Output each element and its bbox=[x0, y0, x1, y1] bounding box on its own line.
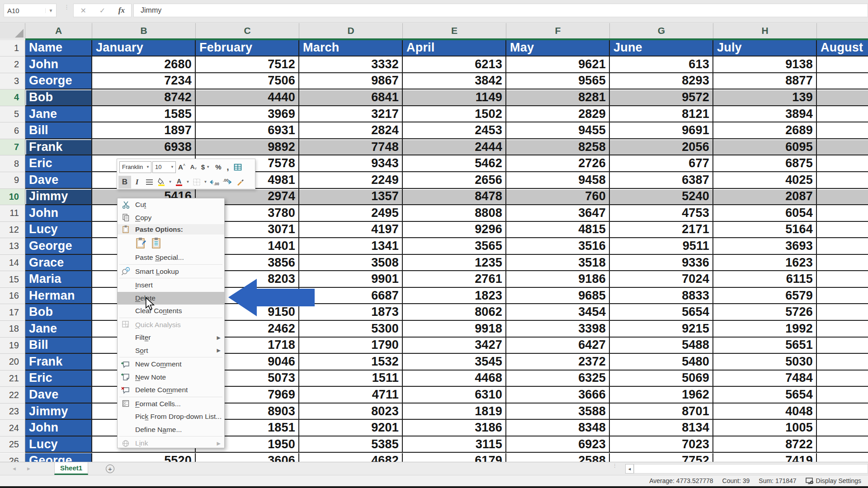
cell-C3[interactable]: 7506 bbox=[196, 73, 299, 90]
cell-E19[interactable]: 3427 bbox=[403, 338, 506, 354]
menu-item-copy[interactable]: Copy bbox=[118, 211, 224, 225]
cell-G19[interactable]: 5488 bbox=[610, 338, 713, 354]
menu-item-cut[interactable]: Cut bbox=[118, 198, 224, 211]
cell-I18[interactable] bbox=[817, 321, 868, 338]
cell-H26[interactable]: 7419 bbox=[713, 453, 817, 462]
row-header-4[interactable]: 4 bbox=[0, 89, 25, 106]
cell-H1[interactable]: July bbox=[713, 40, 817, 57]
column-header-C[interactable]: C bbox=[196, 23, 299, 38]
menu-item-insert[interactable]: Insert bbox=[118, 279, 224, 292]
cell-E21[interactable]: 4468 bbox=[403, 371, 506, 387]
cell-G6[interactable]: 9691 bbox=[610, 122, 713, 139]
cell-F19[interactable]: 6427 bbox=[506, 338, 610, 354]
row-header-14[interactable]: 14 bbox=[0, 255, 25, 272]
menu-item-format-cells[interactable]: Format Cells... bbox=[118, 398, 224, 411]
cell-G12[interactable]: 2171 bbox=[610, 222, 713, 239]
format-painter-button[interactable] bbox=[234, 176, 246, 188]
menu-item-define-name[interactable]: Define Name... bbox=[118, 423, 224, 436]
cell-I7[interactable] bbox=[817, 139, 868, 156]
cell-E7[interactable]: 2444 bbox=[403, 139, 506, 156]
column-header-E[interactable]: E bbox=[403, 23, 506, 38]
cell-I16[interactable] bbox=[817, 288, 868, 305]
cell-E5[interactable]: 1502 bbox=[403, 106, 506, 123]
cell-F3[interactable]: 9565 bbox=[506, 73, 610, 90]
cell-F2[interactable]: 9621 bbox=[506, 56, 610, 73]
cell-I25[interactable] bbox=[817, 436, 868, 453]
row-header-22[interactable]: 22 bbox=[0, 387, 25, 404]
cell-A9[interactable]: Dave bbox=[25, 172, 92, 189]
cell-A5[interactable]: Jane bbox=[25, 106, 92, 123]
row-header-8[interactable]: 8 bbox=[0, 155, 25, 172]
cell-C6[interactable]: 6931 bbox=[196, 122, 299, 139]
cell-H24[interactable]: 1005 bbox=[713, 420, 817, 436]
cell-D22[interactable]: 4711 bbox=[299, 387, 403, 404]
cell-A12[interactable]: Lucy bbox=[25, 222, 92, 239]
row-header-11[interactable]: 11 bbox=[0, 205, 25, 222]
cell-G11[interactable]: 4753 bbox=[610, 205, 713, 222]
cell-D7[interactable]: 7748 bbox=[299, 139, 403, 156]
cell-F10[interactable]: 760 bbox=[506, 189, 610, 206]
cell-D5[interactable]: 3217 bbox=[299, 106, 403, 123]
cell-G20[interactable]: 5480 bbox=[610, 354, 713, 371]
cell-D3[interactable]: 9867 bbox=[299, 73, 403, 90]
cell-G8[interactable]: 677 bbox=[610, 155, 713, 172]
cell-E16[interactable]: 1823 bbox=[403, 288, 506, 305]
cell-E24[interactable]: 3186 bbox=[403, 420, 506, 436]
row-header-10[interactable]: 10 bbox=[0, 189, 25, 206]
cell-A16[interactable]: Herman bbox=[25, 288, 92, 305]
cell-A1[interactable]: Name bbox=[25, 40, 92, 57]
cell-F16[interactable]: 9685 bbox=[506, 288, 610, 305]
row-header-6[interactable]: 6 bbox=[0, 122, 25, 139]
cell-E20[interactable]: 3545 bbox=[403, 354, 506, 371]
row-header-20[interactable]: 20 bbox=[0, 354, 25, 371]
cell-I20[interactable] bbox=[817, 354, 868, 371]
cell-G16[interactable]: 8833 bbox=[610, 288, 713, 305]
cell-F13[interactable]: 3516 bbox=[506, 238, 610, 255]
cell-E4[interactable]: 1149 bbox=[403, 89, 506, 106]
cell-C7[interactable]: 9892 bbox=[196, 139, 299, 156]
font-size-select[interactable]: 10 ▼ bbox=[152, 161, 176, 173]
cell-D20[interactable]: 1532 bbox=[299, 354, 403, 371]
cell-A14[interactable]: Grace bbox=[25, 255, 92, 272]
cell-I9[interactable] bbox=[817, 172, 868, 189]
cell-I5[interactable] bbox=[817, 106, 868, 123]
cell-G15[interactable]: 7024 bbox=[610, 271, 713, 288]
row-header-12[interactable]: 12 bbox=[0, 222, 25, 239]
cell-F26[interactable]: 2588 bbox=[506, 453, 610, 462]
row-header-16[interactable]: 16 bbox=[0, 288, 25, 305]
row-header-15[interactable]: 15 bbox=[0, 271, 25, 288]
row-header-17[interactable]: 17 bbox=[0, 304, 25, 321]
cell-E3[interactable]: 3842 bbox=[403, 73, 506, 90]
cell-D14[interactable]: 3508 bbox=[299, 255, 403, 272]
cell-I19[interactable] bbox=[817, 338, 868, 354]
cell-C5[interactable]: 3969 bbox=[196, 106, 299, 123]
cell-I12[interactable] bbox=[817, 222, 868, 239]
cell-G5[interactable]: 8121 bbox=[610, 106, 713, 123]
cell-F25[interactable]: 6923 bbox=[506, 436, 610, 453]
row-header-23[interactable]: 23 bbox=[0, 404, 25, 420]
cancel-icon[interactable]: ✕ bbox=[74, 6, 93, 15]
cell-H23[interactable]: 4048 bbox=[713, 404, 817, 420]
cell-H7[interactable]: 6095 bbox=[713, 139, 817, 156]
horizontal-scrollbar[interactable] bbox=[634, 464, 868, 474]
menu-item-clear-contents[interactable]: Clear Contents bbox=[118, 305, 224, 318]
cell-D9[interactable]: 2249 bbox=[299, 172, 403, 189]
next-sheet-button[interactable]: ► bbox=[26, 462, 31, 475]
cell-F18[interactable]: 3398 bbox=[506, 321, 610, 338]
cell-F11[interactable]: 3647 bbox=[506, 205, 610, 222]
enter-icon[interactable]: ✓ bbox=[93, 6, 112, 15]
row-header-7[interactable]: 7 bbox=[0, 139, 25, 156]
cell-A19[interactable]: Bill bbox=[25, 338, 92, 354]
cell-B6[interactable]: 1897 bbox=[92, 122, 196, 139]
font-color-button[interactable]: A bbox=[173, 176, 185, 188]
cell-G18[interactable]: 9215 bbox=[610, 321, 713, 338]
cell-G1[interactable]: June bbox=[610, 40, 713, 57]
cell-I17[interactable] bbox=[817, 304, 868, 321]
cell-C2[interactable]: 7512 bbox=[196, 56, 299, 73]
cell-H21[interactable]: 7484 bbox=[713, 371, 817, 387]
align-button[interactable] bbox=[143, 176, 156, 188]
formula-bar-input[interactable]: Jimmy bbox=[133, 4, 868, 17]
cell-I4[interactable] bbox=[817, 89, 868, 106]
cell-B1[interactable]: January bbox=[92, 40, 196, 57]
cell-D25[interactable]: 5385 bbox=[299, 436, 403, 453]
